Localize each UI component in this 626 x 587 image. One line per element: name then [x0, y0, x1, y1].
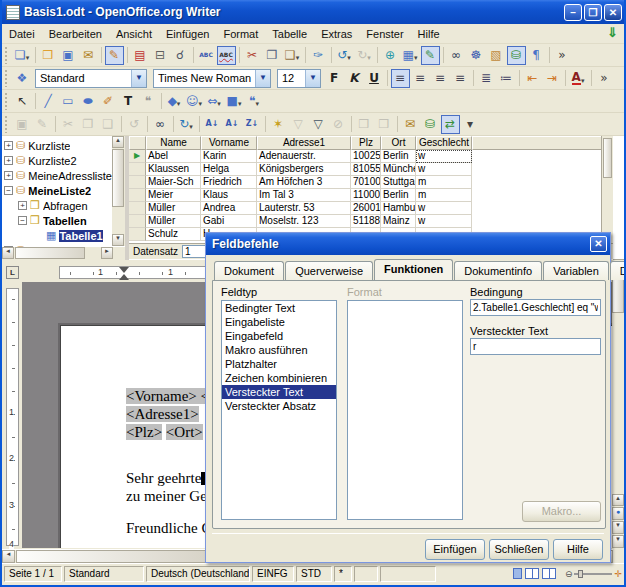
- styles-icon[interactable]: ❖: [13, 69, 32, 88]
- paste-icon[interactable]: ❑: [283, 46, 302, 65]
- save-icon[interactable]: ▣: [59, 46, 78, 65]
- rectangle-icon[interactable]: ▭: [59, 92, 78, 111]
- new-document-icon[interactable]: ❏: [13, 46, 32, 65]
- sort-ascending-icon[interactable]: A↓: [223, 115, 242, 134]
- export-pdf-icon[interactable]: ▤: [131, 46, 150, 65]
- chevron-down-icon[interactable]: ▼: [255, 70, 270, 87]
- freeform-line-icon[interactable]: ✐: [99, 92, 118, 111]
- explorer-toggle-icon[interactable]: ⇄: [441, 115, 460, 134]
- mail-merge-icon[interactable]: ❒: [375, 115, 394, 134]
- status-page[interactable]: Seite 1 / 1: [4, 566, 62, 582]
- tree-item-kurzliste2[interactable]: + ⛁ Kurzliste2: [2, 153, 112, 168]
- column-geschlecht[interactable]: Geschlecht: [416, 136, 472, 150]
- font-size-combo[interactable]: 12 ▼: [277, 69, 321, 88]
- tab-funktionen[interactable]: Funktionen: [374, 259, 453, 280]
- font-name-combo[interactable]: Times New Roman ▼: [153, 69, 271, 88]
- status-blank[interactable]: [354, 566, 378, 582]
- underline-icon[interactable]: U: [365, 69, 384, 88]
- feldtyp-item[interactable]: Eingabefeld: [222, 329, 336, 343]
- tree-item-kurzliste[interactable]: + ⛁ Kurzliste: [2, 138, 112, 153]
- zoom-slider[interactable]: [574, 573, 612, 575]
- tab-dokumentinfo[interactable]: Dokumentinfo: [454, 261, 542, 280]
- menu-item[interactable]: Ansicht: [109, 26, 159, 42]
- feldtyp-item[interactable]: Zeichen kombinieren: [222, 371, 336, 385]
- tab-stop-selector[interactable]: L: [6, 266, 19, 279]
- refresh-icon[interactable]: ↻: [177, 115, 196, 134]
- single-page-view-icon[interactable]: [513, 568, 522, 579]
- print-icon[interactable]: ⊟: [151, 46, 170, 65]
- table-row[interactable]: Müller Gabi Moselstr. 123 51188 Mainz w: [129, 215, 613, 228]
- gallery-icon[interactable]: ▧: [487, 46, 506, 65]
- tree-item-meineadressliste[interactable]: + ⛁ MeineAdressliste: [2, 168, 112, 183]
- page-preview-icon[interactable]: ☌: [171, 46, 190, 65]
- status-selection-mode[interactable]: STD: [296, 566, 332, 582]
- menu-item[interactable]: Einfügen: [159, 26, 216, 42]
- einfuegen-button[interactable]: Einfügen: [425, 539, 485, 560]
- block-arrows-icon[interactable]: ⇔: [205, 92, 224, 111]
- column-adresse1[interactable]: Adresse1: [257, 136, 351, 150]
- chevron-down-icon[interactable]: ▼: [131, 70, 146, 87]
- feldtyp-item[interactable]: Versteckter Text: [222, 385, 336, 399]
- tab-datenbank[interactable]: Datenbank: [610, 261, 626, 280]
- bedingung-input[interactable]: [470, 299, 601, 316]
- update-available-icon[interactable]: ⇓: [607, 25, 618, 40]
- cut-icon[interactable]: ✂: [59, 115, 78, 134]
- feldtyp-item[interactable]: Versteckter Absatz: [222, 399, 336, 413]
- tree-item-abfragen[interactable]: + ❒ Abfragen: [2, 198, 112, 213]
- menu-item[interactable]: Extras: [314, 26, 359, 42]
- save-record-icon[interactable]: ▣: [13, 115, 32, 134]
- menu-item[interactable]: Datei: [2, 26, 42, 42]
- copy-icon[interactable]: ❐: [79, 115, 98, 134]
- hilfe-button[interactable]: Hilfe: [553, 539, 603, 560]
- tree-scrollbar[interactable]: ▲ ▼: [112, 136, 125, 246]
- status-language[interactable]: Deutsch (Deutschland): [146, 566, 250, 582]
- callout-icon[interactable]: ❝: [139, 92, 158, 111]
- expand-toggle-icon[interactable]: −: [4, 186, 13, 195]
- current-database-icon[interactable]: ⛁: [421, 115, 440, 134]
- schliessen-button[interactable]: Schließen: [489, 539, 549, 560]
- line-icon[interactable]: ╱: [39, 92, 58, 111]
- justify-icon[interactable]: ≡: [451, 69, 470, 88]
- tab-variablen[interactable]: Variablen: [543, 261, 609, 280]
- chevron-down-icon[interactable]: ▼: [305, 70, 320, 87]
- overflow-icon[interactable]: »: [553, 46, 572, 65]
- table-row[interactable]: Maier-Sch Friedrich Am Höfchen 3 70100 S…: [129, 176, 613, 189]
- autofilter-icon[interactable]: ✶: [269, 115, 288, 134]
- indent-marker[interactable]: [119, 267, 129, 273]
- table-row[interactable]: Klaussen Helga Königsbergers 81055 Münch…: [129, 163, 613, 176]
- multi-page-view-icon[interactable]: [525, 568, 539, 579]
- align-left-icon[interactable]: ≡: [391, 69, 410, 88]
- column-ort[interactable]: Ort: [381, 136, 416, 150]
- basic-shapes-icon[interactable]: ◆: [165, 92, 184, 111]
- flowchart-icon[interactable]: ■: [225, 92, 244, 111]
- expand-toggle-icon[interactable]: +: [4, 156, 13, 165]
- toolbar-handle[interactable]: [4, 70, 9, 87]
- paragraph-style-combo[interactable]: Standard ▼: [35, 69, 147, 88]
- column-plz[interactable]: Plz: [351, 136, 381, 150]
- tree-item-tabellen[interactable]: − ❒ Tabellen: [2, 213, 112, 228]
- data-to-text-icon[interactable]: ✉: [401, 115, 420, 134]
- standard-filter-icon[interactable]: ▽: [309, 115, 328, 134]
- undo-data-icon[interactable]: ↺: [125, 115, 144, 134]
- sort-icon[interactable]: A↓: [203, 115, 222, 134]
- tree-item-tabelle1[interactable]: ▦ Tabelle1: [2, 228, 112, 243]
- bold-icon[interactable]: F: [325, 69, 344, 88]
- status-page-style[interactable]: Standard: [64, 566, 144, 582]
- minimize-button[interactable]: –: [564, 4, 582, 21]
- expand-toggle-icon[interactable]: +: [18, 201, 27, 210]
- symbol-shapes-icon[interactable]: ☺: [185, 92, 204, 111]
- find-record-icon[interactable]: ∞: [151, 115, 170, 134]
- tab-querverweise[interactable]: Querverweise: [285, 261, 373, 280]
- zoom-in-icon[interactable]: ✛: [614, 569, 622, 579]
- feldtyp-item[interactable]: Platzhalter: [222, 357, 336, 371]
- document-vscrollbar[interactable]: ▲ ▲ ● ▼ ▼: [612, 262, 624, 548]
- column-marker[interactable]: [129, 136, 146, 150]
- undo-icon[interactable]: ↺: [335, 46, 354, 65]
- open-icon[interactable]: ❒: [39, 46, 58, 65]
- apply-filter-icon[interactable]: ▽: [289, 115, 308, 134]
- ellipse-icon[interactable]: ●: [79, 92, 98, 111]
- paste-icon[interactable]: ❑: [99, 115, 118, 134]
- column-vorname[interactable]: Vorname: [201, 136, 257, 150]
- callouts-icon[interactable]: ❝: [245, 92, 264, 111]
- navigator-icon[interactable]: ☸: [467, 46, 486, 65]
